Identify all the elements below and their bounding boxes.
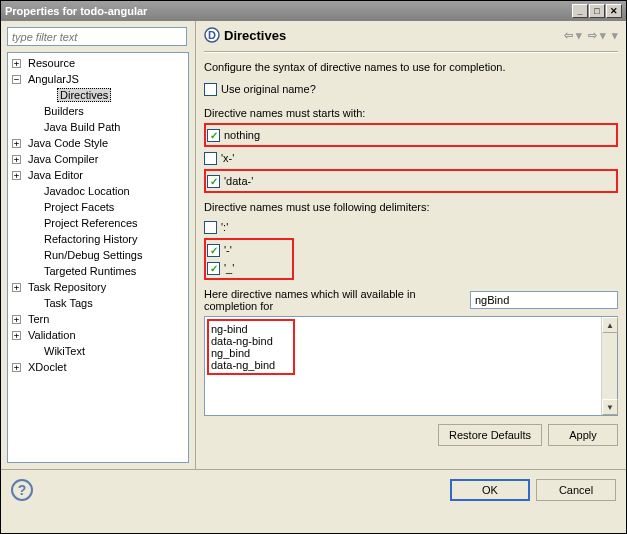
expander-icon[interactable]: +: [12, 331, 21, 340]
maximize-button[interactable]: □: [589, 4, 605, 18]
tree-node[interactable]: Refactoring History: [8, 231, 188, 247]
tree-label: Java Build Path: [41, 120, 123, 134]
expander-icon: [28, 267, 37, 276]
tree-label: Builders: [41, 104, 87, 118]
tree-node[interactable]: Java Build Path: [8, 119, 188, 135]
checkbox-icon: ✓: [207, 175, 220, 188]
titlebar: Properties for todo-angular _ □ ✕: [1, 1, 626, 21]
tree-node[interactable]: Project Facets: [8, 199, 188, 215]
checkbox-option[interactable]: ✓'data-': [207, 172, 615, 190]
tree-node[interactable]: +Java Editor: [8, 167, 188, 183]
ok-button[interactable]: OK: [450, 479, 530, 501]
checkbox-label: nothing: [224, 129, 260, 141]
tree-node[interactable]: Builders: [8, 103, 188, 119]
expander-icon[interactable]: +: [12, 283, 21, 292]
result-line: ng_bind: [211, 347, 275, 359]
checkbox-option[interactable]: ✓'-': [207, 241, 291, 259]
checkbox-option[interactable]: ':': [204, 218, 618, 236]
expander-icon: [28, 347, 37, 356]
menu-icon[interactable]: ▾: [612, 29, 618, 42]
checkbox-label: 'data-': [224, 175, 253, 187]
properties-tree[interactable]: +Resource−AngularJSDirectivesBuildersJav…: [7, 52, 189, 463]
right-panel: D Directives ⇦ ▾ ⇨ ▾ ▾ Configure the syn…: [196, 21, 626, 469]
forward-icon[interactable]: ⇨ ▾: [588, 29, 606, 42]
tree-label: Project References: [41, 216, 141, 230]
expander-icon: [28, 107, 37, 116]
close-button[interactable]: ✕: [606, 4, 622, 18]
page-description: Configure the syntax of directive names …: [204, 61, 618, 73]
checkbox-option[interactable]: ✓'_': [207, 259, 291, 277]
tree-node[interactable]: +XDoclet: [8, 359, 188, 375]
tree-node[interactable]: Directives: [8, 87, 188, 103]
scroll-up-icon[interactable]: ▲: [602, 317, 618, 333]
nav-arrows: ⇦ ▾ ⇨ ▾ ▾: [564, 29, 618, 42]
checkbox-label: ':': [221, 221, 228, 233]
tree-node[interactable]: +Validation: [8, 327, 188, 343]
tree-label: XDoclet: [25, 360, 70, 374]
filter-input[interactable]: [7, 27, 187, 46]
checkbox-icon: ✓: [207, 262, 220, 275]
result-line: ng-bind: [211, 323, 275, 335]
checkbox-label: 'x-': [221, 152, 234, 164]
checkbox-label: '-': [224, 244, 232, 256]
tree-node[interactable]: +Resource: [8, 55, 188, 71]
tree-label: Java Editor: [25, 168, 86, 182]
tree-label: Directives: [57, 88, 111, 102]
tree-node[interactable]: Targeted Runtimes: [8, 263, 188, 279]
expander-icon[interactable]: +: [12, 363, 21, 372]
results-highlight: ng-binddata-ng-bindng_binddata-ng_bind: [207, 319, 295, 375]
tree-label: Project Facets: [41, 200, 117, 214]
expander-icon[interactable]: +: [12, 139, 21, 148]
scrollbar[interactable]: ▲ ▼: [601, 317, 617, 415]
tree-label: Validation: [25, 328, 79, 342]
checkbox-icon: [204, 152, 217, 165]
completion-input[interactable]: [470, 291, 618, 309]
tree-node[interactable]: Project References: [8, 215, 188, 231]
tree-node[interactable]: Task Tags: [8, 295, 188, 311]
use-original-checkbox[interactable]: Use original name?: [204, 80, 618, 98]
tree-label: Task Tags: [41, 296, 96, 310]
expander-icon[interactable]: −: [12, 75, 21, 84]
tree-label: Java Compiler: [25, 152, 101, 166]
tree-label: Tern: [25, 312, 52, 326]
window-title: Properties for todo-angular: [5, 5, 572, 17]
tree-node[interactable]: +Task Repository: [8, 279, 188, 295]
cancel-button[interactable]: Cancel: [536, 479, 616, 501]
expander-icon: [28, 299, 37, 308]
directives-icon: D: [204, 27, 220, 43]
expander-icon[interactable]: +: [12, 171, 21, 180]
checkbox-icon: ✓: [207, 129, 220, 142]
expander-icon[interactable]: +: [12, 59, 21, 68]
startswith-label: Directive names must starts with:: [204, 107, 618, 119]
minimize-button[interactable]: _: [572, 4, 588, 18]
tree-node[interactable]: WikiText: [8, 343, 188, 359]
tree-node[interactable]: −AngularJS: [8, 71, 188, 87]
checkbox-label: '_': [224, 262, 234, 274]
tree-label: WikiText: [41, 344, 88, 358]
page-title: Directives: [224, 28, 286, 43]
tree-node[interactable]: Run/Debug Settings: [8, 247, 188, 263]
checkbox-icon: [204, 221, 217, 234]
tree-node[interactable]: +Tern: [8, 311, 188, 327]
scroll-down-icon[interactable]: ▼: [602, 399, 618, 415]
expander-icon[interactable]: +: [12, 155, 21, 164]
svg-text:D: D: [208, 29, 216, 41]
checkbox-label: Use original name?: [221, 83, 316, 95]
tree-label: Javadoc Location: [41, 184, 133, 198]
checkbox-option[interactable]: 'x-': [204, 149, 618, 167]
restore-defaults-button[interactable]: Restore Defaults: [438, 424, 542, 446]
expander-icon: [28, 187, 37, 196]
apply-button[interactable]: Apply: [548, 424, 618, 446]
checkbox-option[interactable]: ✓nothing: [207, 126, 615, 144]
tree-node[interactable]: +Java Compiler: [8, 151, 188, 167]
completion-label: Here directive names which will availabl…: [204, 288, 466, 312]
tree-node[interactable]: +Java Code Style: [8, 135, 188, 151]
delimiters-label: Directive names must use following delim…: [204, 201, 618, 213]
page-header: D Directives ⇦ ▾ ⇨ ▾ ▾: [204, 27, 618, 43]
tree-node[interactable]: Javadoc Location: [8, 183, 188, 199]
back-icon[interactable]: ⇦ ▾: [564, 29, 582, 42]
expander-icon[interactable]: +: [12, 315, 21, 324]
expander-icon: [28, 235, 37, 244]
expander-icon: [28, 219, 37, 228]
help-icon[interactable]: ?: [11, 479, 33, 501]
